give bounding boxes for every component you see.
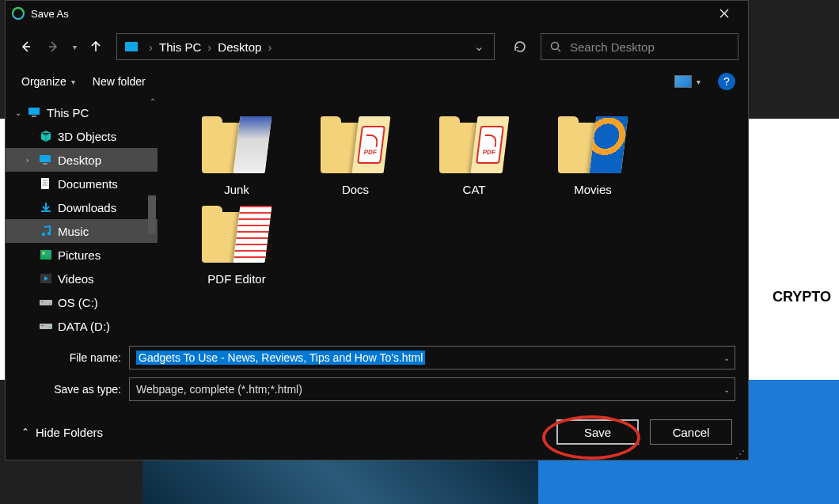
svg-point-9 — [47, 232, 51, 236]
file-list[interactable]: JunkPDFDocsPDFCATMoviesPDF Editor — [158, 96, 748, 341]
folder-item[interactable]: Movies — [537, 115, 648, 196]
svg-rect-14 — [41, 301, 44, 302]
tree-item-label: DATA (D:) — [58, 320, 110, 333]
recent-dropdown[interactable]: ▾ — [69, 36, 80, 58]
chevron-down-icon[interactable]: ⌄ — [723, 385, 730, 394]
tree-item-label: 3D Objects — [58, 130, 116, 143]
svg-point-18 — [49, 327, 51, 328]
tree-item-label: Downloads — [58, 201, 116, 214]
filename-input[interactable]: Gadgets To Use - News, Reviews, Tips and… — [129, 346, 735, 369]
saveastype-value: Webpage, complete (*.htm;*.html) — [136, 383, 302, 396]
svg-point-8 — [42, 233, 46, 237]
svg-rect-16 — [40, 324, 52, 329]
pictures-icon — [39, 248, 53, 261]
breadcrumb-folder[interactable]: Desktop — [218, 40, 261, 54]
svg-rect-6 — [41, 178, 49, 189]
search-placeholder: Search Desktop — [570, 40, 655, 54]
toolbar: Organize ▾ New folder ▾ ? — [6, 67, 748, 96]
tree-item-music[interactable]: Music — [6, 219, 158, 243]
nav-bar: ▾ › This PC › Desktop › ⌄ Search Desktop — [6, 26, 748, 67]
3d-icon — [39, 130, 53, 142]
close-button[interactable] — [707, 1, 742, 26]
svg-rect-4 — [40, 155, 51, 162]
svg-rect-7 — [41, 210, 51, 212]
scroll-up-icon[interactable]: ⌃ — [150, 97, 156, 106]
tree-item-label: This PC — [47, 106, 89, 119]
folder-tree[interactable]: ⌃ ⌄This PC3D Objects›DesktopDocumentsDow… — [6, 96, 158, 341]
save-button[interactable]: Save — [556, 419, 639, 445]
resize-grip[interactable]: ⋰ — [735, 452, 745, 457]
folder-item[interactable]: PDFDocs — [300, 115, 411, 196]
videos-icon — [39, 272, 53, 285]
hide-folders-toggle[interactable]: ⌃ Hide Folders — [21, 426, 103, 439]
new-folder-button[interactable]: New folder — [93, 75, 146, 88]
folder-label: Docs — [342, 183, 369, 196]
tree-item-this-pc[interactable]: ⌄This PC — [6, 100, 158, 124]
chevron-down-icon: ⌄ — [15, 108, 23, 117]
organize-menu[interactable]: Organize ▾ — [21, 75, 75, 88]
chevron-right-icon: › — [266, 40, 273, 54]
chevron-down-icon[interactable]: ⌄ — [723, 354, 730, 362]
chevron-down-icon: ▾ — [697, 78, 700, 86]
search-input[interactable]: Search Desktop — [541, 33, 738, 60]
tree-item-data-d-[interactable]: DATA (D:) — [6, 314, 158, 338]
svg-rect-5 — [43, 163, 47, 165]
filename-label: File name: — [18, 351, 129, 364]
pc-icon — [28, 106, 42, 119]
tree-item-label: OS (C:) — [58, 296, 98, 309]
tree-item-pictures[interactable]: Pictures — [6, 243, 158, 267]
back-button[interactable] — [15, 36, 37, 58]
chevron-down-icon: ⌃ — [21, 426, 29, 438]
address-bar[interactable]: › This PC › Desktop › ⌄ — [116, 33, 495, 60]
titlebar: Save As — [6, 1, 748, 26]
save-as-dialog: Save As ▾ › This PC › Desktop › ⌄ — [5, 0, 749, 460]
svg-rect-2 — [28, 108, 40, 115]
search-icon — [549, 40, 562, 53]
folder-item[interactable]: PDFCAT — [419, 115, 530, 196]
help-button[interactable]: ? — [718, 73, 735, 90]
cancel-button[interactable]: Cancel — [650, 419, 732, 445]
tree-item-documents[interactable]: Documents — [6, 172, 158, 195]
tree-item-label: Music — [58, 225, 89, 238]
tree-item-downloads[interactable]: Downloads — [6, 195, 158, 219]
folder-label: Movies — [574, 183, 612, 196]
footer: ⌃ Hide Folders Save Cancel ⋰ — [6, 404, 748, 460]
tree-item-label: Desktop — [58, 153, 101, 167]
folder-icon — [558, 115, 628, 176]
up-button[interactable] — [85, 36, 107, 58]
folder-label: CAT — [463, 183, 486, 196]
desktop-icon — [39, 153, 53, 166]
address-history-dropdown[interactable]: ⌄ — [472, 40, 486, 54]
refresh-button[interactable] — [504, 33, 536, 60]
folder-icon: PDF — [321, 115, 390, 176]
svg-point-15 — [49, 303, 51, 305]
tree-item-3d-objects[interactable]: 3D Objects — [6, 124, 158, 148]
breadcrumb-root[interactable]: This PC — [159, 40, 201, 54]
folder-item[interactable]: PDF Editor — [181, 204, 292, 286]
chevron-right-icon: › — [147, 40, 154, 54]
tree-scrollbar[interactable] — [148, 195, 156, 233]
forward-button[interactable] — [42, 36, 64, 58]
edge-icon — [12, 7, 25, 20]
view-menu[interactable]: ▾ — [674, 75, 700, 88]
svg-rect-13 — [40, 300, 52, 305]
saveastype-label: Save as type: — [18, 383, 129, 396]
chevron-right-icon: › — [206, 40, 213, 54]
svg-rect-17 — [41, 325, 44, 326]
tree-item-label: Pictures — [58, 248, 101, 262]
folder-item[interactable]: Junk — [181, 115, 292, 196]
tree-item-desktop[interactable]: ›Desktop — [6, 148, 158, 172]
folder-icon — [202, 204, 271, 266]
folder-icon — [202, 115, 271, 176]
tree-item-videos[interactable]: Videos — [6, 267, 158, 290]
tree-item-os-c-[interactable]: OS (C:) — [6, 290, 158, 314]
drive-icon — [39, 296, 53, 309]
svg-point-1 — [552, 43, 559, 50]
saveastype-select[interactable]: Webpage, complete (*.htm;*.html) ⌄ — [129, 377, 735, 401]
folder-icon: PDF — [439, 115, 509, 176]
folder-label: Junk — [224, 183, 249, 196]
music-icon — [39, 225, 53, 237]
folder-label: PDF Editor — [207, 272, 265, 286]
background-image — [142, 459, 538, 504]
chevron-right-icon: › — [26, 156, 34, 165]
